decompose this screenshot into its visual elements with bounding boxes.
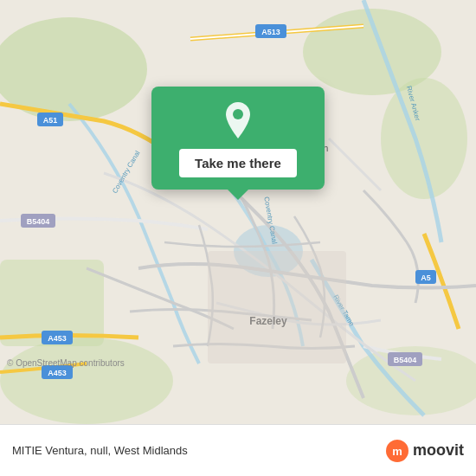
moovit-icon: m [385,439,409,463]
bottom-bar: MITIE Ventura, null, West Midlands m moo… [0,424,476,476]
take-me-there-button[interactable]: Take me there [179,149,297,177]
location-popup: Take me there [151,87,325,190]
svg-text:A453: A453 [48,334,67,343]
map-container[interactable]: A51 A513 B5404 A453 A453 A5 B5404 Fazele… [0,0,476,424]
location-pin-icon [219,102,257,140]
place-name: MITIE Ventura, null, West Midlands [12,444,188,457]
svg-text:B5404: B5404 [27,217,50,226]
svg-text:A5: A5 [421,273,431,282]
svg-text:A51: A51 [43,116,58,125]
moovit-brand-name: moovit [413,441,464,460]
map-attribution: © OpenStreetMap contributors [7,358,125,368]
svg-text:A513: A513 [261,28,280,36]
place-info: MITIE Ventura, null, West Midlands [12,444,188,457]
svg-rect-28 [208,251,346,363]
svg-text:m: m [392,445,402,458]
moovit-logo: m moovit [385,439,464,463]
svg-point-3 [381,78,467,199]
svg-point-5 [0,338,173,424]
svg-text:A453: A453 [48,369,67,377]
svg-text:B5404: B5404 [394,356,417,364]
svg-point-29 [233,109,243,119]
